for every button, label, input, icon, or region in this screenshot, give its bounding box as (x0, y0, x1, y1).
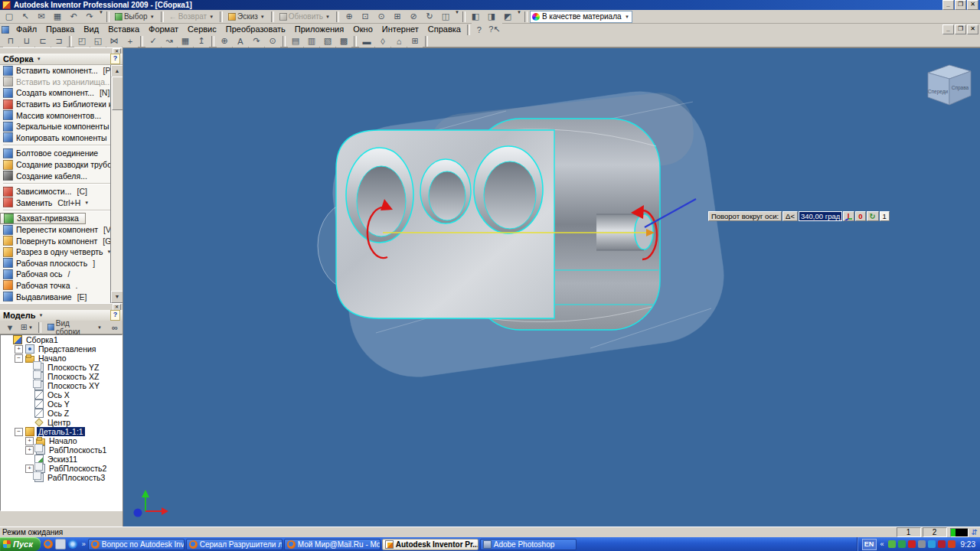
guard-icon[interactable] (938, 540, 946, 548)
scroll-thumb[interactable] (112, 77, 123, 110)
tree-row-5[interactable]: Плоскость XZ (1, 372, 122, 381)
assembly-command-17[interactable]: Перенести компонент[V] (0, 224, 122, 236)
tree-row-13[interactable]: +РабПлоскость1 (1, 445, 122, 455)
find-binoculars-icon[interactable]: ∞ (107, 321, 122, 334)
tree-label[interactable]: Центр (46, 418, 72, 427)
tree-label[interactable]: РабПлоскость3 (46, 473, 106, 482)
menu-item-4[interactable]: Вставка (103, 24, 144, 35)
assembly-panel-scrollbar[interactable]: ▲ ▼ (110, 65, 122, 303)
band-tool-icon[interactable]: ▬ (359, 34, 374, 47)
angle-input[interactable]: 340,00 град (799, 211, 842, 221)
tree-row-4[interactable]: Плоскость YZ (1, 363, 122, 372)
insert-tool-icon[interactable]: ⊕ (217, 34, 232, 47)
assembly-command-4[interactable]: Вставить из Библиотеки компонентов. (0, 99, 122, 110)
mail-icon[interactable]: ✉ (34, 10, 49, 23)
model-part[interactable] (336, 119, 660, 330)
3d-model-canvas[interactable]: Спереди Справа (123, 48, 980, 527)
assembly-command-10[interactable]: Создание разводки трубопровода... (0, 159, 122, 171)
assembly-command-6[interactable]: Зеркальные компоненты (0, 121, 122, 132)
ati-icon[interactable] (908, 540, 916, 548)
task-button-3[interactable]: Мой Мир@Mail.Ru - Mozi... (284, 539, 381, 550)
zoom-window-icon[interactable]: ⊡ (358, 10, 373, 23)
assembly-panel-header[interactable]: Сборка▼ ? (0, 54, 122, 65)
firefox-icon[interactable] (44, 540, 53, 549)
select-mode-button[interactable]: Выбор▼ (112, 10, 158, 23)
agent-icon[interactable] (898, 540, 906, 548)
menu-item-7[interactable]: Преобразовать (221, 24, 290, 35)
save-icon[interactable]: ▦ (50, 10, 65, 23)
task-button-2[interactable]: Сериал Разрушители л... (186, 539, 283, 550)
doc-minimize-button[interactable]: _ (942, 24, 954, 34)
tree-row-10[interactable]: Центр (1, 418, 122, 427)
hatch-tool-icon[interactable]: ▧ (320, 34, 335, 47)
frame-tool-icon-1[interactable]: ◰ (74, 34, 90, 47)
select-arrow-icon[interactable]: ↖ (18, 10, 33, 23)
scroll-up-icon[interactable]: ▲ (111, 65, 123, 77)
tree-row-8[interactable]: Ось Y (1, 399, 122, 409)
home-tool-icon[interactable]: ⌂ (391, 34, 407, 47)
doc-close-button[interactable]: ✕ (967, 24, 978, 34)
tree-row-16[interactable]: РабПлоскость3 (1, 473, 122, 482)
close-button[interactable]: ✕ (967, 0, 978, 10)
tree-expander-plus-icon[interactable]: + (25, 437, 34, 445)
tree-label[interactable]: Плоскость XY (46, 381, 101, 390)
menu-item-9[interactable]: Окно (348, 24, 377, 35)
orbit-icon[interactable]: ↻ (422, 10, 437, 23)
table-tool-icon-1[interactable]: ▤ (288, 34, 303, 47)
chevron-down-icon[interactable]: ▼ (98, 10, 104, 23)
scroll-down-icon[interactable]: ▼ (111, 291, 123, 303)
cell-tool-icon[interactable]: ⊞ (407, 34, 423, 47)
menu-item-3[interactable]: Вид (79, 24, 103, 35)
tree-label[interactable]: Сборка1 (24, 335, 60, 344)
help-icon[interactable]: ? (472, 23, 487, 36)
menu-item-5[interactable]: Формат (144, 24, 183, 35)
shaded-display-icon[interactable]: ◧ (468, 10, 483, 23)
tree-label[interactable]: Начало (37, 354, 68, 363)
ie-icon[interactable] (68, 540, 77, 549)
tree-label[interactable]: Ось Z (46, 409, 70, 418)
delta-toggle-button[interactable]: Δ< (782, 211, 798, 221)
start-button[interactable]: Пуск (0, 537, 41, 551)
tree-row-6[interactable]: Плоскость XY (1, 381, 122, 390)
snap-tool-icon[interactable]: + (122, 34, 138, 47)
menu-item-8[interactable]: Приложения (290, 24, 348, 35)
undo-icon[interactable]: ↶ (66, 10, 81, 23)
tree-row-7[interactable]: Ось X (1, 390, 122, 399)
triad-icon-button[interactable] (843, 211, 854, 221)
check-tool-icon[interactable]: ✓ (145, 34, 161, 47)
tree-label[interactable]: РабПлоскость1 (47, 445, 108, 455)
icq-icon[interactable] (888, 540, 896, 548)
find-tool-icon[interactable]: ⊙ (265, 34, 280, 47)
chevron-down-icon[interactable]: ▼ (83, 201, 90, 205)
rotate-tool-icon[interactable]: ↷ (249, 34, 264, 47)
constraint-tool-icon-4[interactable]: ⊐ (51, 34, 67, 47)
assembly-command-1[interactable]: Вставить компонент...[P] (0, 65, 122, 77)
tree-row-9[interactable]: Ось Z (1, 409, 122, 418)
zoom-icon[interactable]: ⊙ (374, 10, 389, 23)
filter-icon[interactable]: ▼ (2, 321, 18, 334)
tree-label[interactable]: Ось X (46, 390, 71, 399)
tree-expander-minus-icon[interactable]: − (15, 428, 23, 436)
assembly-command-21[interactable]: Рабочая ось/ (0, 269, 122, 280)
tree-label[interactable]: Начало (47, 436, 79, 445)
redo-icon[interactable]: ↷ (82, 10, 97, 23)
tree-expander-plus-icon[interactable]: + (15, 345, 23, 354)
assembly-command-7[interactable]: Копировать компоненты (0, 132, 122, 144)
tree-label[interactable]: Плоскость YZ (46, 363, 100, 372)
chevron-left-icon[interactable]: « (879, 540, 886, 548)
new-file-icon[interactable]: ▢ (2, 10, 17, 23)
capture-icon[interactable] (918, 540, 926, 548)
show-desktop-icon[interactable] (55, 539, 66, 549)
zoom-selected-icon[interactable]: ⊘ (406, 10, 421, 23)
step-one-button[interactable]: 1 (880, 211, 890, 221)
menu-item-11[interactable]: Справка (423, 24, 466, 35)
menu-item-2[interactable]: Правка (41, 24, 79, 35)
raise-tool-icon[interactable]: ↥ (194, 34, 209, 47)
menu-item-1[interactable]: Файл (11, 24, 41, 35)
hidden-edge-display-icon[interactable]: ◨ (484, 10, 499, 23)
restore-button[interactable]: ❐ (955, 0, 966, 10)
chevron-right-icon[interactable]: » (80, 540, 87, 548)
table-tool-icon-2[interactable]: ▥ (304, 34, 319, 47)
tree-expander-plus-icon[interactable]: + (25, 446, 34, 455)
opera-icon[interactable] (948, 540, 956, 548)
